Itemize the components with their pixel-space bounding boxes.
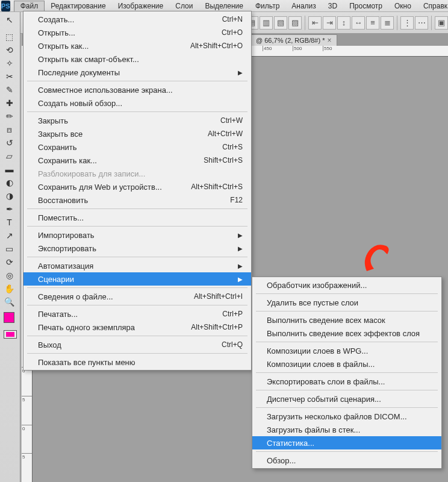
file-menu-item[interactable]: Автоматизация▶ bbox=[23, 259, 251, 272]
scripts-menu-item[interactable]: Удалить все пустые слои bbox=[252, 296, 441, 309]
align-icon[interactable]: ↔ bbox=[352, 16, 365, 30]
crop-tool-icon[interactable]: ✂ bbox=[2, 70, 17, 83]
menu-item-label: Композиции слоев в WPG... bbox=[267, 346, 368, 355]
pen-tool-icon[interactable]: ✒ bbox=[2, 202, 17, 216]
file-menu-item[interactable]: Последние документы▶ bbox=[23, 66, 251, 79]
eraser-tool-icon[interactable]: ▱ bbox=[2, 149, 17, 163]
hand-tool-icon[interactable]: ✋ bbox=[2, 282, 17, 295]
scripts-menu-item[interactable]: Выполнить сведение всех эффектов слоя bbox=[252, 327, 441, 340]
stamp-tool-icon[interactable]: ⧈ bbox=[2, 123, 17, 136]
file-menu-item[interactable]: Показать все пункты меню bbox=[23, 355, 251, 369]
scripts-menu-item[interactable]: Композиции слоев в файлы... bbox=[252, 357, 441, 371]
scripts-menu-item[interactable]: Обработчик изображений... bbox=[252, 278, 441, 292]
file-menu-item[interactable]: Импортировать▶ bbox=[23, 228, 251, 242]
menu-help[interactable]: Справка bbox=[417, 1, 448, 11]
menu-item-shortcut: Ctrl+S bbox=[222, 143, 243, 151]
menu-item-shortcut: Ctrl+N bbox=[222, 15, 243, 23]
lasso-tool-icon[interactable]: ⟲ bbox=[2, 43, 17, 57]
file-menu-item[interactable]: ЗакрытьCtrl+W bbox=[23, 114, 251, 127]
wand-tool-icon[interactable]: ✧ bbox=[2, 57, 17, 70]
file-menu-item[interactable]: Поместить... bbox=[23, 211, 251, 224]
menu-select[interactable]: Выделение bbox=[199, 1, 249, 11]
menu-item-label: Сохранить как... bbox=[38, 156, 97, 165]
menu-item-shortcut: Alt+Shift+Ctrl+I bbox=[194, 292, 243, 301]
arrange-icon[interactable]: ▥ bbox=[260, 16, 273, 30]
gradient-tool-icon[interactable]: ▬ bbox=[2, 163, 17, 176]
scripts-menu-item[interactable]: Статистика... bbox=[252, 436, 441, 449]
file-menu-item[interactable]: Открыть...Ctrl+O bbox=[23, 26, 251, 39]
type-tool-icon[interactable]: T bbox=[2, 216, 17, 229]
move-tool-icon[interactable]: ↖ bbox=[2, 13, 17, 27]
3d-rotate-tool-icon[interactable]: ⟳ bbox=[2, 255, 17, 269]
file-menu-item[interactable]: Сценарии▶ bbox=[23, 272, 251, 286]
menu-item-label: Автоматизация bbox=[38, 261, 93, 271]
menu-item-label: Сохранить для Web и устройств... bbox=[38, 183, 162, 192]
file-menu-item[interactable]: Совместное использование экрана... bbox=[23, 83, 251, 96]
distribute-icon[interactable]: ⋯ bbox=[415, 16, 428, 30]
file-menu-item[interactable]: Закрыть всеAlt+Ctrl+W bbox=[23, 127, 251, 140]
menu-image[interactable]: Изображение bbox=[112, 1, 170, 11]
menu-item-label: Восстановить bbox=[38, 196, 88, 205]
scripts-menu-item[interactable]: Загрузить файлы в стек... bbox=[252, 423, 441, 436]
menu-item-shortcut: Ctrl+W bbox=[220, 116, 243, 125]
history-brush-tool-icon[interactable]: ↺ bbox=[2, 136, 17, 149]
path-select-tool-icon[interactable]: ↗ bbox=[2, 229, 17, 242]
menu-view[interactable]: Просмотр bbox=[343, 1, 388, 11]
document-tab[interactable]: @ 66,7% (2, RGB/8#) * × bbox=[250, 34, 337, 46]
scripts-menu-item[interactable]: Загрузить несколько файлов DICOM... bbox=[252, 410, 441, 423]
menu-item-label: Сведения о файле... bbox=[38, 292, 113, 301]
menu-edit[interactable]: Редактирование bbox=[45, 1, 111, 11]
chevron-right-icon: ▶ bbox=[238, 232, 243, 239]
file-menu-item[interactable]: ВыходCtrl+Q bbox=[23, 338, 251, 351]
align-icon[interactable]: ⇥ bbox=[323, 16, 336, 30]
3d-orbit-tool-icon[interactable]: ◎ bbox=[2, 269, 17, 282]
file-menu-item[interactable]: Создать новый обзор... bbox=[23, 96, 251, 110]
file-menu-item[interactable]: Экспортировать▶ bbox=[23, 242, 251, 255]
close-icon[interactable]: × bbox=[328, 36, 332, 45]
arrange-icon[interactable]: ▨ bbox=[288, 16, 302, 30]
menu-filter[interactable]: Фильтр bbox=[249, 1, 285, 11]
menu-item-label: Разблокировать для записи... bbox=[38, 169, 145, 178]
brush-tool-icon[interactable]: ✏ bbox=[2, 110, 17, 123]
shape-tool-icon[interactable]: ▭ bbox=[2, 242, 17, 255]
foreground-color-swatch[interactable] bbox=[4, 312, 17, 325]
scripts-menu-item[interactable]: Композиции слоев в WPG... bbox=[252, 344, 441, 357]
file-menu-item[interactable]: Сохранить для Web и устройств...Alt+Shif… bbox=[23, 180, 251, 193]
heal-tool-icon[interactable]: ✚ bbox=[2, 96, 17, 110]
dodge-tool-icon[interactable]: ◑ bbox=[2, 189, 17, 202]
menu-analysis[interactable]: Анализ bbox=[285, 1, 322, 11]
align-icon[interactable]: ≣ bbox=[381, 16, 394, 30]
scripts-menu-item[interactable]: Обзор... bbox=[252, 454, 441, 467]
quickmask-icon[interactable] bbox=[4, 330, 17, 339]
file-menu-item[interactable]: Печать одного экземпляраAlt+Shift+Ctrl+P bbox=[23, 321, 251, 334]
menu-item-label: Экспортировать слои в файлы... bbox=[267, 377, 385, 386]
align-icon[interactable]: ⇤ bbox=[308, 16, 322, 30]
arrange-icon[interactable]: ▧ bbox=[274, 16, 287, 30]
file-menu-item[interactable]: ВосстановитьF12 bbox=[23, 193, 251, 207]
scripts-menu-item[interactable]: Диспетчер событий сценария... bbox=[252, 392, 441, 405]
menu-file[interactable]: Файл bbox=[14, 1, 45, 11]
workspace-icon[interactable]: ▣ bbox=[435, 16, 448, 30]
scripts-menu-item[interactable]: Экспортировать слои в файлы... bbox=[252, 375, 441, 388]
menu-window[interactable]: Окно bbox=[388, 1, 417, 11]
align-icon[interactable]: ↕ bbox=[337, 16, 350, 30]
align-icon[interactable]: ≡ bbox=[366, 16, 379, 30]
blur-tool-icon[interactable]: ◐ bbox=[2, 176, 17, 189]
eyedropper-tool-icon[interactable]: ✎ bbox=[2, 83, 17, 96]
file-menu-item[interactable]: Сведения о файле...Alt+Shift+Ctrl+I bbox=[23, 290, 251, 303]
menu-layers[interactable]: Слои bbox=[169, 1, 199, 11]
file-menu-item[interactable]: Открыть как смарт-объект... bbox=[23, 52, 251, 66]
file-menu-item[interactable]: Открыть как...Alt+Shift+Ctrl+O bbox=[23, 39, 251, 52]
menu-item-shortcut: F12 bbox=[230, 196, 243, 204]
scripts-menu-item[interactable]: Выполнить сведение всех масок bbox=[252, 313, 441, 327]
file-menu-item[interactable]: Сохранить как...Shift+Ctrl+S bbox=[23, 154, 251, 167]
file-menu-item[interactable]: СохранитьCtrl+S bbox=[23, 140, 251, 154]
distribute-icon[interactable]: ⋮ bbox=[400, 16, 414, 30]
file-menu-item[interactable]: Печатать...Ctrl+P bbox=[23, 307, 251, 321]
menu-item-label: Загрузить файлы в стек... bbox=[267, 425, 360, 434]
menu-3d[interactable]: 3D bbox=[322, 1, 343, 11]
zoom-tool-icon[interactable]: 🔍 bbox=[2, 295, 17, 308]
file-menu-item[interactable]: Создать...Ctrl+N bbox=[23, 13, 251, 26]
menu-item-label: Создать новый обзор... bbox=[38, 99, 122, 108]
marquee-tool-icon[interactable]: ⬚ bbox=[2, 30, 17, 43]
